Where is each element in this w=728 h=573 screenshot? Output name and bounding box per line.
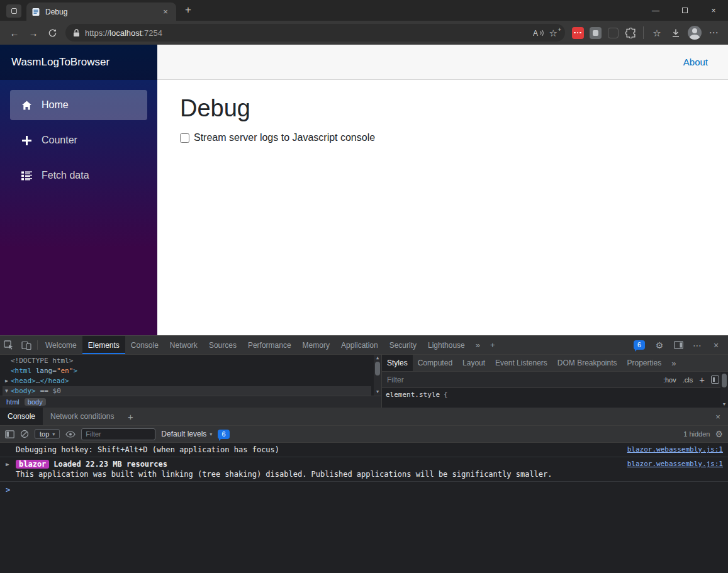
devtools-tab-memory[interactable]: Memory	[297, 336, 335, 354]
scroll-down-icon[interactable]: ▼	[376, 389, 379, 396]
sidebar-item-home[interactable]: Home	[10, 90, 147, 120]
downloads-icon[interactable]	[666, 23, 685, 42]
console-issues-badge[interactable]: 6	[218, 430, 229, 439]
scroll-down-icon[interactable]: ▼	[722, 401, 727, 408]
url-scheme: https://	[85, 28, 109, 38]
window-maximize-button[interactable]	[670, 0, 699, 21]
collapse-arrow-icon[interactable]: ▼	[3, 386, 11, 396]
tab-close-icon[interactable]: ×	[160, 6, 171, 18]
message-source-link[interactable]: blazor.webassembly.js:1	[620, 445, 723, 455]
devtools-close-icon[interactable]: ×	[708, 337, 724, 353]
styles-more-tabs-icon[interactable]: »	[666, 355, 681, 371]
styles-tab-event-listeners[interactable]: Event Listeners	[490, 355, 552, 371]
lock-icon[interactable]	[73, 29, 80, 37]
extensions-puzzle-icon[interactable]	[622, 24, 639, 42]
breadcrumb-html[interactable]: html	[3, 398, 23, 406]
forward-button[interactable]: →	[24, 23, 43, 42]
issues-badge[interactable]: 6	[634, 340, 645, 350]
window-close-button[interactable]: ×	[699, 0, 728, 21]
add-favorite-icon[interactable]: ☆+	[549, 28, 557, 38]
extension-gray-icon[interactable]	[586, 24, 604, 42]
new-tab-button[interactable]: +	[180, 3, 196, 18]
back-button[interactable]: ←	[5, 23, 24, 42]
console-context-selector[interactable]: top▾	[35, 429, 60, 439]
refresh-button[interactable]	[43, 23, 62, 42]
devtools-tab-application[interactable]: Application	[335, 336, 384, 354]
devtools-tab-network[interactable]: Network	[164, 336, 203, 354]
styles-tab-styles[interactable]: Styles	[382, 355, 413, 371]
browser-menu-icon[interactable]: ⋯	[704, 23, 723, 42]
sidebar-item-label: Counter	[42, 135, 77, 146]
devtools-tab-sources[interactable]: Sources	[203, 336, 242, 354]
page-viewport: WasmLogToBrowser Home Counter	[0, 45, 728, 335]
styles-scrollbar[interactable]: ▼	[720, 372, 728, 408]
live-expression-eye-icon[interactable]	[65, 431, 76, 438]
read-aloud-icon[interactable]: A	[533, 29, 544, 37]
console-drawer-close-icon[interactable]: ×	[708, 408, 728, 425]
console-prompt-chevron: >	[6, 486, 16, 494]
sidebar-item-counter[interactable]: Counter	[10, 125, 147, 155]
dom-line-body[interactable]: ▼<body>== $0	[3, 386, 371, 396]
dom-line-doctype[interactable]: <!DOCTYPE html>	[3, 356, 371, 366]
extension-dim-icon[interactable]	[604, 24, 622, 42]
browser-tab-strip: Debug × + — ×	[0, 0, 728, 21]
console-sidebar-toggle-icon[interactable]	[5, 430, 14, 438]
devtools-tab-console[interactable]: Console	[125, 336, 164, 354]
attr-name: lang	[36, 366, 53, 376]
console-prompt-row[interactable]: >	[0, 482, 728, 494]
elements-scrollbar[interactable]: ▲ ▼	[374, 355, 381, 396]
console-drawer-tab-console[interactable]: Console	[0, 408, 43, 425]
clear-console-icon[interactable]	[20, 430, 29, 438]
message-source-link[interactable]: blazor.webassembly.js:1	[620, 459, 723, 469]
device-toolbar-icon[interactable]	[18, 336, 35, 354]
pseudo-state-toggle[interactable]: :hov	[663, 376, 676, 384]
about-link[interactable]: About	[683, 57, 708, 67]
profile-avatar[interactable]	[685, 23, 704, 42]
breadcrumb-body[interactable]: body	[25, 398, 46, 406]
new-style-rule-button[interactable]: +	[699, 374, 705, 385]
extension-red-icon[interactable]	[569, 24, 586, 42]
styles-tab-layout[interactable]: Layout	[457, 355, 490, 371]
console-drawer-add-tab-icon[interactable]: +	[121, 408, 139, 425]
stream-logs-checkbox[interactable]	[180, 133, 189, 143]
expand-arrow-icon[interactable]: ▶	[6, 459, 16, 469]
scroll-up-icon[interactable]: ▲	[376, 355, 379, 362]
more-tabs-icon[interactable]: »	[471, 336, 485, 354]
styles-tab-properties[interactable]: Properties	[622, 355, 667, 371]
dom-line-head[interactable]: ▶<head>…</head>	[3, 376, 371, 386]
console-empty-area[interactable]	[0, 494, 728, 573]
devtools-menu-icon[interactable]: ⋯	[689, 337, 705, 353]
style-options-icon[interactable]	[711, 376, 719, 384]
scrollbar-thumb[interactable]	[375, 362, 380, 376]
dom-line-html[interactable]: <html lang="en">	[3, 366, 371, 376]
dock-side-icon[interactable]	[670, 337, 686, 353]
element-style-rule[interactable]: element.style{	[382, 388, 728, 399]
favorites-icon[interactable]: ☆	[647, 23, 666, 42]
devtools-tab-performance[interactable]: Performance	[242, 336, 297, 354]
scrollbar-thumb[interactable]	[722, 374, 727, 387]
styles-tab-dom-breakpoints[interactable]: DOM Breakpoints	[552, 355, 622, 371]
console-settings-gear-icon[interactable]: ⚙	[715, 429, 723, 439]
log-levels-dropdown[interactable]: Default levels▾	[161, 430, 212, 438]
inspect-element-icon[interactable]	[0, 336, 18, 354]
add-devtools-tab-icon[interactable]: +	[485, 336, 500, 354]
class-toggle[interactable]: .cls	[683, 376, 693, 384]
hidden-messages-label[interactable]: 1 hidden	[683, 430, 710, 438]
devtools-panel: Welcome Elements Console Network Sources…	[0, 335, 728, 573]
console-filter-input[interactable]	[81, 428, 155, 440]
styles-filter-input[interactable]	[387, 376, 657, 384]
styles-tab-computed[interactable]: Computed	[413, 355, 457, 371]
devtools-settings-gear-icon[interactable]: ⚙	[651, 337, 668, 353]
devtools-tab-security[interactable]: Security	[384, 336, 422, 354]
sidebar-item-fetch-data[interactable]: Fetch data	[10, 160, 147, 191]
devtools-tab-elements[interactable]: Elements	[82, 336, 125, 354]
devtools-tab-lighthouse[interactable]: Lighthouse	[422, 336, 471, 354]
browser-tab-debug[interactable]: Debug ×	[26, 3, 176, 21]
console-drawer-tab-network-conditions[interactable]: Network conditions	[43, 408, 121, 425]
window-minimize-button[interactable]: —	[641, 0, 670, 21]
add-favorite-star: ☆	[549, 28, 557, 38]
address-bar[interactable]: https://localhost:7254 A ☆+	[65, 24, 565, 42]
tab-actions-icon[interactable]	[6, 4, 21, 18]
expand-arrow-icon[interactable]: ▶	[3, 376, 11, 386]
devtools-tab-welcome[interactable]: Welcome	[40, 336, 82, 354]
